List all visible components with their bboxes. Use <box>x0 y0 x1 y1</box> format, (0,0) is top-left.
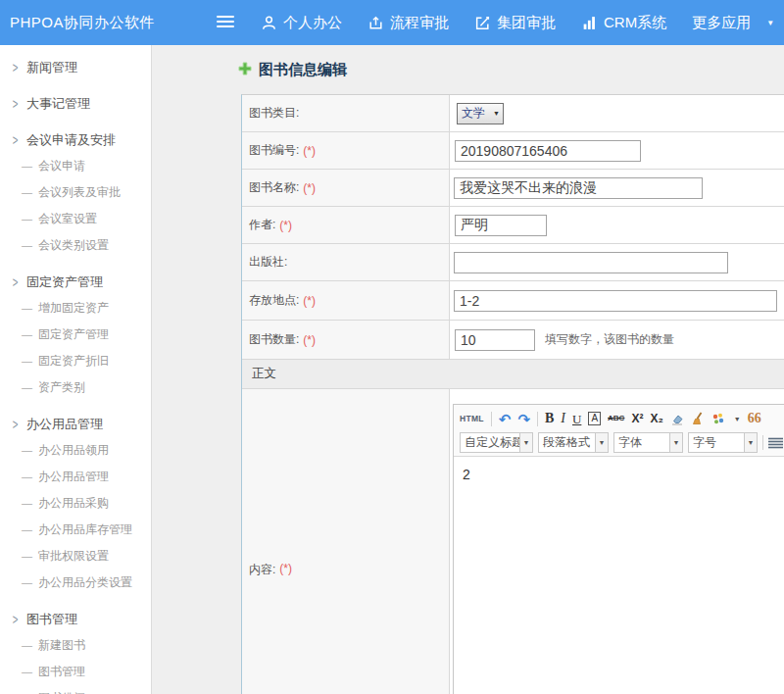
font-family-dropdown[interactable]: 字体 ▼ <box>613 432 683 453</box>
heading-dropdown[interactable]: 自定义标题 ▼ <box>460 432 533 453</box>
paragraph-format-dropdown[interactable]: 段落格式 ▼ <box>538 432 609 453</box>
nav-group-approval[interactable]: 集团审批 <box>474 14 556 32</box>
dropdown-value: 段落格式 <box>539 433 595 452</box>
label-text: 内容: <box>249 562 275 578</box>
chevron-right-icon: > <box>13 605 19 635</box>
sidebar-group-books[interactable]: >图书管理 <box>0 606 151 632</box>
subscript-button[interactable]: X₂ <box>650 413 662 424</box>
sidebar-group-assets[interactable]: >固定资产管理 <box>0 269 151 295</box>
book-no-input[interactable] <box>455 140 641 162</box>
editor-content-area[interactable]: 2 <box>454 457 784 694</box>
form-row-content: 内容: (*) HTML ↶ ↷ B I U <box>242 389 784 694</box>
sidebar-item-approval-permission[interactable]: —审批权限设置 <box>0 543 151 570</box>
form-row-author: 作者: (*) <box>242 207 784 244</box>
location-input[interactable] <box>454 290 777 312</box>
field-value <box>450 170 784 206</box>
sidebar-group-news[interactable]: >新闻管理 <box>0 54 151 80</box>
field-label: 出版社: <box>242 244 450 280</box>
superscript-button[interactable]: X² <box>631 413 643 424</box>
sidebar-item-add-asset[interactable]: —增加固定资产 <box>0 295 151 322</box>
sidebar-item-book-manage[interactable]: —图书管理 <box>0 659 151 685</box>
italic-button[interactable]: I <box>561 412 565 425</box>
sidebar-item-label: 会议类别设置 <box>38 238 109 252</box>
sidebar-group-meetings[interactable]: >会议申请及安排 <box>0 126 151 153</box>
justify-icon[interactable] <box>768 437 783 449</box>
label-text: 图书类目: <box>249 105 299 122</box>
book-name-input[interactable] <box>454 177 703 199</box>
dropdown-value: 自定义标题 <box>461 433 519 452</box>
caret-down-icon: ▼ <box>595 433 608 452</box>
sidebar-item-supplies-manage[interactable]: —办公用品管理 <box>0 464 151 490</box>
strikethrough-button[interactable]: ABC <box>608 415 624 422</box>
required-marker: (*) <box>303 144 316 158</box>
dash-icon: — <box>22 666 32 677</box>
author-input[interactable] <box>455 215 547 236</box>
caret-down-icon: ▼ <box>744 433 757 452</box>
bold-button[interactable]: B <box>545 412 554 425</box>
sidebar-item-supplies-inventory[interactable]: —办公用品库存管理 <box>0 517 151 543</box>
field-value: HTML ↶ ↷ B I U A ABC X² X₂ <box>450 389 784 694</box>
eraser-icon[interactable] <box>670 413 684 425</box>
nav-more-apps[interactable]: 更多应用 ▼ <box>692 14 774 32</box>
sidebar-item-supplies-purchase[interactable]: —办公用品采购 <box>0 490 151 517</box>
sidebar-item-asset-manage[interactable]: —固定资产管理 <box>0 322 151 348</box>
top-navigation: 个人办公 流程审批 集团审批 CRM系统 <box>261 0 774 45</box>
blockquote-button[interactable]: 66 <box>748 412 761 425</box>
required-marker: (*) <box>303 294 316 308</box>
sidebar-item-book-borrow[interactable]: —图书借阅 <box>0 685 151 694</box>
sidebar-item-label: 会议室设置 <box>38 212 97 225</box>
nav-workflow-approval[interactable]: 流程审批 <box>368 14 449 32</box>
dropdown-value: 字体 <box>614 433 669 452</box>
caret-down-icon: ▼ <box>766 19 774 27</box>
sidebar-item-new-book[interactable]: —新建图书 <box>0 632 151 659</box>
nav-crm-system[interactable]: CRM系统 <box>581 14 666 32</box>
field-value: 文学 ▼ <box>450 95 784 131</box>
user-icon <box>261 15 277 31</box>
html-source-button[interactable]: HTML <box>460 415 484 423</box>
font-size-dropdown[interactable]: 字号 ▼ <box>688 432 758 453</box>
nav-label: 流程审批 <box>390 14 449 32</box>
sidebar-item-supplies-category[interactable]: —办公用品分类设置 <box>0 570 151 596</box>
page-title-text: 图书信息编辑 <box>259 61 347 79</box>
hamburger-menu-icon[interactable] <box>217 16 234 30</box>
redo-icon[interactable]: ↷ <box>517 412 530 426</box>
label-text: 出版社: <box>249 254 287 271</box>
sidebar-item-label: 办公用品采购 <box>38 496 109 510</box>
editor-toolbar: HTML ↶ ↷ B I U A ABC X² X₂ <box>454 405 784 457</box>
sidebar-item-meeting-apply[interactable]: —会议申请 <box>0 153 151 179</box>
quantity-input[interactable] <box>455 329 535 351</box>
sidebar-item-label: 固定资产管理 <box>38 327 109 341</box>
caret-down-icon[interactable]: ▼ <box>734 416 741 422</box>
underline-button[interactable]: U <box>572 413 581 425</box>
section-header-body: 正文 <box>242 360 784 389</box>
undo-icon[interactable]: ↶ <box>499 412 512 426</box>
publisher-input[interactable] <box>454 252 728 273</box>
paint-format-icon[interactable] <box>711 412 725 425</box>
sidebar-item-label: 办公用品库存管理 <box>38 522 132 536</box>
broom-icon[interactable] <box>691 412 705 425</box>
sidebar-group-supplies[interactable]: >办公用品管理 <box>0 411 151 437</box>
required-marker: (*) <box>279 562 292 575</box>
app-logo: PHPOA协同办公软件 <box>10 0 155 45</box>
sidebar-item-supplies-claim[interactable]: —办公用品领用 <box>0 437 151 464</box>
sidebar-item-meeting-category[interactable]: —会议类别设置 <box>0 232 151 259</box>
top-header: PHPOA协同办公软件 个人办公 流程审批 <box>0 0 784 45</box>
nav-label: 更多应用 <box>692 14 751 32</box>
sidebar-item-meeting-list[interactable]: —会议列表及审批 <box>0 179 151 206</box>
sidebar-item-asset-depreciation[interactable]: —固定资产折旧 <box>0 348 151 374</box>
category-select[interactable]: 文学 ▼ <box>457 103 504 124</box>
label-text: 图书数量: <box>249 331 299 348</box>
font-color-button[interactable]: A <box>588 412 601 425</box>
label-text: 图书编号: <box>249 142 299 159</box>
sidebar-item-label: 新建图书 <box>38 638 85 652</box>
nav-label: 个人办公 <box>283 14 342 32</box>
field-value <box>450 207 784 243</box>
sidebar-group-events[interactable]: >大事记管理 <box>0 90 151 117</box>
sidebar-item-asset-category[interactable]: —资产类别 <box>0 374 151 401</box>
nav-label: CRM系统 <box>604 14 666 32</box>
nav-personal-office[interactable]: 个人办公 <box>261 14 342 32</box>
dropdown-value: 字号 <box>689 433 744 452</box>
dash-icon: — <box>22 497 32 509</box>
sidebar-item-meeting-room[interactable]: —会议室设置 <box>0 206 151 232</box>
form-row-publisher: 出版社: <box>242 244 784 281</box>
